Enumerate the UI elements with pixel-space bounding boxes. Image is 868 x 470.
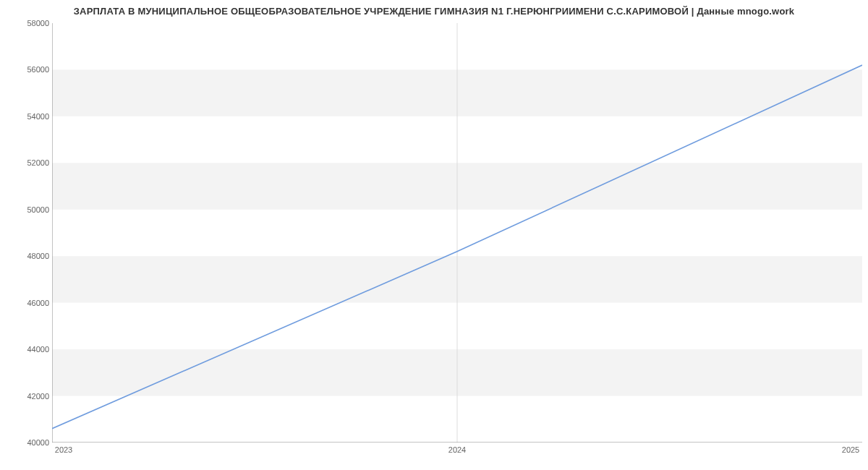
chart-title: ЗАРПЛАТА В МУНИЦИПАЛЬНОЕ ОБЩЕОБРАЗОВАТЕЛ… bbox=[0, 6, 868, 17]
y-tick-label: 40000 bbox=[6, 438, 49, 447]
chart-svg bbox=[52, 23, 862, 443]
chart-plot-area bbox=[52, 23, 862, 443]
y-tick-label: 58000 bbox=[6, 19, 49, 27]
y-tick-label: 54000 bbox=[6, 112, 49, 121]
x-tick-label: 2025 bbox=[842, 445, 859, 454]
x-tick-label: 2023 bbox=[55, 445, 72, 454]
y-tick-label: 42000 bbox=[6, 392, 49, 401]
y-tick-label: 50000 bbox=[6, 205, 49, 214]
chart-container: ЗАРПЛАТА В МУНИЦИПАЛЬНОЕ ОБЩЕОБРАЗОВАТЕЛ… bbox=[0, 0, 868, 470]
y-tick-label: 56000 bbox=[6, 65, 49, 74]
y-tick-label: 48000 bbox=[6, 252, 49, 260]
x-tick-label: 2024 bbox=[448, 445, 466, 454]
y-tick-label: 44000 bbox=[6, 345, 49, 354]
y-tick-label: 46000 bbox=[6, 299, 49, 307]
y-tick-label: 52000 bbox=[6, 158, 49, 167]
